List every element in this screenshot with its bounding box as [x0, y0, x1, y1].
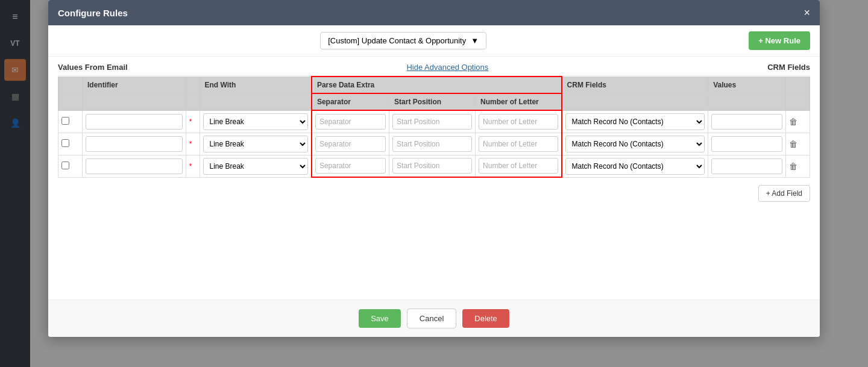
add-field-button[interactable]: + Add Field: [758, 185, 810, 202]
rules-table: Identifier End With Parse Data Extra CRM…: [58, 76, 810, 178]
th-star2: [186, 93, 200, 110]
th-start-position: Start Position: [389, 93, 476, 110]
row3-star-cell: *: [186, 155, 200, 177]
row2-check-cell: [58, 133, 83, 155]
rule-dropdown-value: [Custom] Update Contact & Opportunity: [328, 36, 466, 45]
row3-numletter-cell: [476, 155, 562, 177]
row2-endwith-cell: Line Break: [200, 133, 312, 155]
th-crm-fields: CRM Fields: [562, 77, 708, 93]
row3-endwith-select[interactable]: Line Break: [203, 158, 308, 175]
row2-identifier-cell: [83, 133, 186, 155]
row2-star-cell: *: [186, 133, 200, 155]
th-number-of-letter: Number of Letter: [476, 93, 562, 110]
row2-checkbox[interactable]: [61, 139, 69, 147]
row3-numletter-input[interactable]: [479, 158, 558, 174]
modal-body: Values From Email Hide Advanced Options …: [48, 57, 820, 300]
values-from-email-title: Values From Email: [58, 63, 128, 72]
row1-startpos-cell: [389, 110, 476, 133]
row2-required-star: *: [189, 140, 192, 148]
th-delete2: [785, 93, 810, 110]
row1-separator-cell: [312, 110, 389, 133]
row2-crmfield-select[interactable]: Match Record No (Contacts): [565, 136, 705, 152]
row1-required-star: *: [189, 118, 192, 126]
cancel-button[interactable]: Cancel: [407, 309, 456, 328]
row2-identifier-input[interactable]: [86, 136, 183, 152]
row3-delete-button[interactable]: 🗑: [789, 162, 797, 171]
row1-separator-input[interactable]: [315, 114, 386, 130]
row1-endwith-cell: Line Break: [200, 110, 312, 133]
row2-separator-input[interactable]: [315, 136, 386, 152]
row1-check-cell: [58, 110, 83, 133]
row2-startpos-cell: [389, 133, 476, 155]
row2-endwith-select[interactable]: Line Break: [203, 136, 308, 152]
row1-delete-button[interactable]: 🗑: [789, 117, 797, 127]
table-row: * Line Break: [58, 110, 810, 133]
row1-identifier-input[interactable]: [86, 114, 183, 130]
row3-checkbox[interactable]: [61, 162, 69, 169]
save-button[interactable]: Save: [359, 309, 401, 328]
th-identifier: Identifier: [83, 77, 186, 93]
th-values: Values: [708, 77, 786, 93]
row3-crmfield-cell: Match Record No (Contacts): [562, 155, 708, 177]
th-check: [58, 77, 83, 93]
row1-endwith-select[interactable]: Line Break: [203, 113, 308, 130]
row2-numletter-cell: [476, 133, 562, 155]
th-crm-fields2: [562, 93, 708, 110]
th-separator: Separator: [312, 93, 389, 110]
row2-numletter-input[interactable]: [479, 136, 558, 152]
row1-startpos-input[interactable]: [392, 114, 472, 130]
th-check2: [58, 93, 83, 110]
table-row: * Line Break: [58, 133, 810, 155]
configure-rules-modal: Configure Rules × [Custom] Update Contac…: [48, 0, 820, 337]
row1-identifier-cell: [83, 110, 186, 133]
row1-star-cell: *: [186, 110, 200, 133]
row2-crmfield-cell: Match Record No (Contacts): [562, 133, 708, 155]
new-rule-button[interactable]: + New Rule: [749, 31, 810, 50]
row2-value-input[interactable]: [711, 136, 782, 152]
row3-value-cell: [708, 155, 786, 177]
row3-crmfield-select[interactable]: Match Record No (Contacts): [565, 158, 705, 175]
hide-advanced-options-link[interactable]: Hide Advanced Options: [406, 63, 488, 72]
row3-value-input[interactable]: [711, 158, 782, 174]
crm-fields-title: CRM Fields: [767, 63, 810, 72]
th-delete-placeholder: [785, 77, 810, 93]
th-endwith: End With: [200, 77, 312, 93]
section-header: Values From Email Hide Advanced Options …: [58, 57, 810, 76]
dropdown-chevron-icon: ▼: [471, 36, 479, 45]
row1-checkbox[interactable]: [61, 117, 69, 125]
th-star-placeholder: [186, 77, 200, 93]
modal-toolbar: [Custom] Update Contact & Opportunity ▼ …: [48, 25, 820, 57]
row1-value-input[interactable]: [711, 114, 782, 130]
th-values2: [708, 93, 786, 110]
row1-value-cell: [708, 110, 786, 133]
row3-separator-input[interactable]: [315, 158, 386, 174]
row3-identifier-input[interactable]: [86, 158, 183, 174]
modal-close-button[interactable]: ×: [804, 7, 810, 18]
row1-numletter-cell: [476, 110, 562, 133]
row3-check-cell: [58, 155, 83, 177]
row1-delete-cell: 🗑: [785, 110, 810, 133]
row3-required-star: *: [189, 162, 192, 171]
row3-delete-cell: 🗑: [785, 155, 810, 177]
row3-endwith-cell: Line Break: [200, 155, 312, 177]
row3-identifier-cell: [83, 155, 186, 177]
th-identifier2: [83, 93, 186, 110]
th-endwith2: [200, 93, 312, 110]
row2-delete-button[interactable]: 🗑: [789, 139, 797, 149]
row3-separator-cell: [312, 155, 389, 177]
delete-button[interactable]: Delete: [462, 309, 509, 328]
row2-separator-cell: [312, 133, 389, 155]
row1-crmfield-cell: Match Record No (Contacts): [562, 110, 708, 133]
rule-dropdown[interactable]: [Custom] Update Contact & Opportunity ▼: [320, 32, 486, 49]
row2-value-cell: [708, 133, 786, 155]
modal-header: Configure Rules ×: [48, 0, 820, 25]
row3-startpos-input[interactable]: [392, 158, 472, 174]
modal-footer: Save Cancel Delete: [48, 300, 820, 337]
th-parse-data-extra: Parse Data Extra: [312, 77, 562, 93]
row2-delete-cell: 🗑: [785, 133, 810, 155]
row1-numletter-input[interactable]: [479, 114, 558, 130]
table-row: * Line Break: [58, 155, 810, 177]
row2-startpos-input[interactable]: [392, 136, 472, 152]
row3-startpos-cell: [389, 155, 476, 177]
row1-crmfield-select[interactable]: Match Record No (Contacts): [565, 113, 705, 130]
